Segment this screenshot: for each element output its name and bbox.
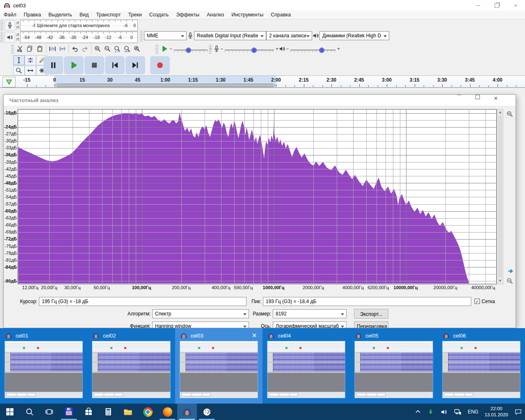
toolbar-grabber[interactable] xyxy=(11,44,14,54)
arrow-right-blue-icon[interactable] xyxy=(507,267,515,275)
action-center-icon[interactable] xyxy=(511,404,525,420)
cursor-value-field[interactable]: 195 Гц (G3) = -18 дБ xyxy=(39,297,247,306)
close-button[interactable]: × xyxy=(494,95,512,106)
window-preview-thumbnail[interactable] xyxy=(5,341,82,398)
cut-button[interactable] xyxy=(15,44,25,54)
grid-checkbox[interactable]: ✓ xyxy=(475,299,480,304)
magnifier-minus-icon[interactable] xyxy=(506,277,514,285)
play-at-speed-button[interactable] xyxy=(160,44,169,54)
zoom-in-button[interactable] xyxy=(93,44,103,54)
zoom-toggle-button[interactable] xyxy=(132,44,142,54)
window-preview-cel06[interactable]: cel06 xyxy=(438,328,525,404)
timeline-ruler[interactable]: -1501530451:001:151:301:452:002:152:302:… xyxy=(0,76,525,88)
recording-channels-select[interactable]: 2 канала записи xyxy=(266,31,312,40)
taskbar-audacity-button[interactable] xyxy=(177,404,197,420)
menu-item-анализ[interactable]: Анализ xyxy=(203,11,228,18)
restore-button[interactable] xyxy=(487,0,506,11)
export-button[interactable]: Экспорт... xyxy=(354,309,388,319)
menu-item-файл[interactable]: Файл xyxy=(0,11,20,18)
envelope-tool-button[interactable] xyxy=(25,55,36,65)
slider-thumb[interactable] xyxy=(319,48,324,53)
record-meter-button[interactable] xyxy=(5,20,15,31)
toolbar-grabber[interactable] xyxy=(140,30,143,41)
window-preview-cel05[interactable]: cel05 xyxy=(350,328,437,404)
window-preview-thumbnail[interactable] xyxy=(92,341,170,398)
window-preview-cel03[interactable]: cel03✕ xyxy=(175,328,262,404)
vertical-scrollbar[interactable]: ▲ ▼ xyxy=(497,109,503,284)
scroll-down-icon[interactable]: ▼ xyxy=(498,278,503,284)
slider-thumb[interactable] xyxy=(186,48,191,53)
scrollbar-thumb[interactable] xyxy=(498,116,502,278)
time-shift-tool-button[interactable] xyxy=(25,66,36,75)
taskbar-firefox-button[interactable] xyxy=(158,404,177,420)
window-preview-cel02[interactable]: cel02 xyxy=(87,328,175,404)
tray-network-icon[interactable] xyxy=(451,404,465,420)
menu-item-вид[interactable]: Вид xyxy=(76,11,93,18)
recording-volume-slider[interactable]: −+ xyxy=(220,46,278,52)
playback-meter[interactable]: -54-48-42-36-30-24-18-12-60 xyxy=(20,32,138,43)
menu-item-инструменты[interactable]: Инструменты xyxy=(228,11,267,18)
taskbar-chrome-button[interactable] xyxy=(138,404,158,420)
window-preview-cel01[interactable]: cel01 xyxy=(0,328,87,404)
toolbar-grabber[interactable] xyxy=(155,44,158,54)
language-indicator[interactable]: ENG xyxy=(465,404,481,420)
recording-device-select[interactable]: Realtek Digital Input (Realte xyxy=(194,31,266,40)
pause-button[interactable] xyxy=(43,56,63,74)
playback-device-select[interactable]: Динамики (Realtek High D xyxy=(320,31,389,40)
minimize-button[interactable] xyxy=(457,95,475,106)
taskbar-clock[interactable]: 22:00 13.01.2020 xyxy=(481,406,511,418)
window-preview-thumbnail[interactable] xyxy=(355,341,432,398)
playback-meter-toolbar[interactable]: ЛП-54-48-42-36-30-24-18-12-60 xyxy=(0,31,138,43)
menu-item-создать[interactable]: Создать xyxy=(146,11,173,18)
paste-button[interactable] xyxy=(35,44,45,54)
window-preview-thumbnail[interactable] xyxy=(180,341,258,398)
spectrum-plot[interactable] xyxy=(18,109,497,284)
record-button[interactable] xyxy=(150,56,170,74)
taskbar-start-button[interactable] xyxy=(0,404,20,420)
magnifier-plus-icon[interactable] xyxy=(506,110,514,118)
taskbar-explorer-button[interactable] xyxy=(118,404,138,420)
toolbar-grabber[interactable] xyxy=(0,20,3,30)
window-preview-thumbnail[interactable] xyxy=(443,341,520,398)
playback-meter-button[interactable] xyxy=(5,32,15,43)
toolbar-grabber[interactable] xyxy=(0,32,3,42)
selection-tool-button[interactable] xyxy=(13,55,25,65)
recording-meter-toolbar[interactable]: ЛП-54Щёлкните для старта мониторинга-60 xyxy=(0,19,138,31)
playback-volume-slider[interactable]: −+ xyxy=(286,46,340,52)
play-button[interactable] xyxy=(64,56,84,74)
taskbar-task-view-button[interactable] xyxy=(39,404,59,420)
menu-item-треки[interactable]: Треки xyxy=(124,11,145,18)
slider-thumb[interactable] xyxy=(251,48,257,53)
play-speed-slider[interactable]: −+ xyxy=(169,46,212,52)
tray-chevron-icon[interactable] xyxy=(412,404,424,420)
tray-download-arrow-icon[interactable] xyxy=(424,404,437,420)
window-preview-cel04[interactable]: cel04 xyxy=(262,328,350,404)
minimize-button[interactable] xyxy=(468,0,487,11)
audio-host-select[interactable]: MME xyxy=(144,31,187,40)
function-select[interactable]: Hanning window xyxy=(152,322,249,328)
algorithm-select[interactable]: Спектр xyxy=(152,309,249,318)
taskbar-search-button[interactable] xyxy=(20,404,39,420)
skip-to-start-button[interactable] xyxy=(105,56,125,74)
zoom-tool-button[interactable] xyxy=(13,66,25,75)
zoom-fit-button[interactable] xyxy=(122,44,132,54)
taskbar-floppy-app-button[interactable] xyxy=(59,404,79,420)
silence-audio-button[interactable] xyxy=(57,44,67,54)
taskbar-calculator-button[interactable] xyxy=(98,404,118,420)
window-preview-thumbnail[interactable] xyxy=(267,341,345,398)
quick-play-region[interactable] xyxy=(55,84,276,87)
copy-button[interactable] xyxy=(25,44,35,54)
axis-select[interactable]: Логарифмический масштаб xyxy=(273,322,347,328)
replot-button[interactable]: Перерисовка xyxy=(354,321,388,328)
tray-speaker-icon[interactable] xyxy=(437,404,451,420)
zoom-selection-button[interactable] xyxy=(112,44,122,54)
trim-audio-button[interactable] xyxy=(48,44,57,54)
peak-value-field[interactable]: 193 Гц (G3) = -18,4 дБ xyxy=(263,297,471,306)
stop-button[interactable] xyxy=(84,56,104,74)
menu-item-эффекты[interactable]: Эффекты xyxy=(172,11,203,18)
menu-item-правка[interactable]: Правка xyxy=(20,11,45,18)
menu-item-справка[interactable]: Справка xyxy=(267,11,294,18)
undo-button[interactable] xyxy=(70,44,80,54)
zoom-out-button[interactable] xyxy=(103,44,112,54)
toolbar-grabber[interactable] xyxy=(209,44,212,54)
